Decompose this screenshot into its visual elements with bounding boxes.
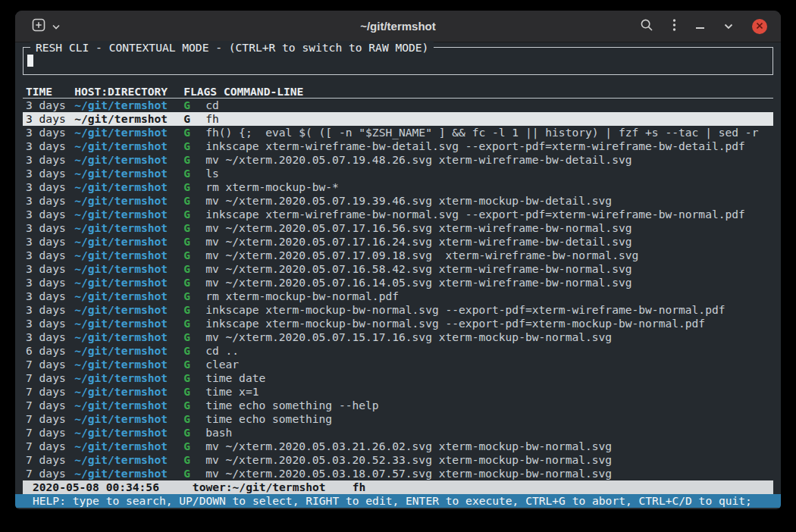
row-host-directory: ~/git/termshot	[74, 167, 183, 180]
row-host-directory: ~/git/termshot	[74, 289, 183, 303]
row-time: 7 days	[26, 371, 74, 385]
row-host-directory: ~/git/termshot	[74, 467, 183, 480]
row-host-directory: ~/git/termshot	[74, 412, 183, 426]
status-command: fh	[353, 480, 366, 494]
row-time: 3 days	[26, 317, 74, 330]
row-flags: G	[183, 112, 205, 126]
header-flags: FLAGS	[183, 85, 217, 98]
row-flags: G	[183, 249, 205, 262]
search-button[interactable]	[640, 18, 653, 34]
row-command: inkscape xterm-wireframe-bw-normal.svg -…	[205, 208, 773, 221]
row-host-directory: ~/git/termshot	[74, 344, 183, 358]
row-host-directory: ~/git/termshot	[74, 440, 183, 453]
row-flags: G	[183, 426, 205, 440]
search-input[interactable]: RESH CLI - CONTEXTUAL MODE - (CTRL+R to …	[23, 47, 773, 75]
row-flags: G	[183, 208, 205, 221]
history-row[interactable]: 7 days ~/git/termshot G time echo someth…	[23, 412, 773, 426]
history-row[interactable]: 7 days ~/git/termshot G mv ~/xterm.2020.…	[23, 453, 773, 467]
restore-chevron-icon	[724, 20, 733, 32]
history-row[interactable]: 3 days ~/git/termshot G cd	[23, 99, 773, 112]
row-command: cd ..	[205, 344, 773, 358]
row-command: fh() {; eval $( ([ -n "$ZSH_NAME" ] && f…	[205, 126, 773, 139]
row-time: 3 days	[26, 249, 74, 262]
row-flags: G	[183, 330, 205, 344]
status-datetime: 2020-05-08 00:34:56	[33, 480, 159, 494]
row-flags: G	[183, 467, 205, 480]
row-flags: G	[183, 167, 205, 180]
minimize-icon	[695, 20, 705, 32]
history-row[interactable]: 3 days ~/git/termshot G mv ~/xterm.2020.…	[23, 330, 773, 344]
history-row[interactable]: 7 days ~/git/termshot G time x=1	[23, 385, 773, 399]
history-row[interactable]: 3 days ~/git/termshot G rm xterm-mockup-…	[23, 289, 773, 303]
row-host-directory: ~/git/termshot	[74, 99, 183, 112]
row-flags: G	[183, 126, 205, 139]
row-host-directory: ~/git/termshot	[74, 126, 183, 139]
row-time: 7 days	[26, 467, 74, 480]
terminal-content: RESH CLI - CONTEXTUAL MODE - (CTRL+R to …	[15, 47, 781, 508]
row-flags: G	[183, 358, 205, 371]
row-command: mv ~/xterm.2020.05.07.17.16.56.svg xterm…	[205, 221, 773, 235]
row-command: ls	[205, 167, 773, 180]
history-row[interactable]: 3 days ~/git/termshot G mv ~/xterm.2020.…	[23, 276, 773, 289]
history-row[interactable]: 7 days ~/git/termshot G clear	[23, 358, 773, 371]
history-row[interactable]: 3 days ~/git/termshot G inkscape xterm-m…	[23, 303, 773, 317]
close-icon	[756, 20, 763, 32]
history-row[interactable]: 7 days ~/git/termshot G time echo someth…	[23, 399, 773, 412]
history-row[interactable]: 3 days ~/git/termshot G fh	[23, 112, 773, 126]
row-host-directory: ~/git/termshot	[74, 453, 183, 467]
history-row[interactable]: 3 days ~/git/termshot G fh() {; eval $( …	[23, 126, 773, 139]
header-command-line: COMMAND-LINE	[224, 85, 773, 98]
minimize-button[interactable]	[695, 20, 705, 32]
new-tab-button[interactable]	[32, 18, 45, 34]
row-command: mv ~/xterm.2020.05.07.17.09.18.svg xterm…	[205, 249, 773, 262]
help-bar: HELP: type to search, UP/DOWN to select,…	[15, 494, 781, 508]
row-time: 3 days	[26, 139, 74, 153]
row-flags: G	[183, 180, 205, 194]
row-command: mv ~/xterm.2020.05.07.16.14.05.svg xterm…	[205, 276, 773, 289]
row-command: cd	[205, 99, 773, 112]
row-time: 7 days	[26, 358, 74, 371]
history-row[interactable]: 7 days ~/git/termshot G bash	[23, 426, 773, 440]
close-button[interactable]	[752, 19, 767, 34]
row-time: 3 days	[26, 221, 74, 235]
kebab-menu-icon	[672, 18, 676, 34]
history-row[interactable]: 7 days ~/git/termshot G time date	[23, 371, 773, 385]
chevron-down-icon	[52, 20, 60, 32]
history-row[interactable]: 3 days ~/git/termshot G rm xterm-mockup-…	[23, 180, 773, 194]
history-row[interactable]: 3 days ~/git/termshot G inkscape xterm-w…	[23, 139, 773, 153]
row-flags: G	[183, 412, 205, 426]
row-flags: G	[183, 385, 205, 399]
row-flags: G	[183, 289, 205, 303]
search-box-title: RESH CLI - CONTEXTUAL MODE - (CTRL+R to …	[30, 41, 434, 55]
menu-button[interactable]	[672, 18, 676, 34]
row-flags: G	[183, 399, 205, 412]
row-time: 3 days	[26, 167, 74, 180]
history-row[interactable]: 7 days ~/git/termshot G mv ~/xterm.2020.…	[23, 467, 773, 480]
history-row[interactable]: 7 days ~/git/termshot G mv ~/xterm.2020.…	[23, 440, 773, 453]
row-flags: G	[183, 153, 205, 167]
history-row[interactable]: 3 days ~/git/termshot G ls	[23, 167, 773, 180]
history-row[interactable]: 3 days ~/git/termshot G mv ~/xterm.2020.…	[23, 262, 773, 276]
row-command: rm xterm-mockup-bw-normal.pdf	[205, 289, 773, 303]
row-time: 7 days	[26, 440, 74, 453]
row-host-directory: ~/git/termshot	[74, 426, 183, 440]
row-time: 3 days	[26, 208, 74, 221]
row-flags: G	[183, 99, 205, 112]
search-icon	[640, 18, 653, 34]
row-command: inkscape xterm-mockup-bw-normal.svg --ex…	[205, 317, 773, 330]
history-row[interactable]: 6 days ~/git/termshot G cd ..	[23, 344, 773, 358]
history-row[interactable]: 3 days ~/git/termshot G mv ~/xterm.2020.…	[23, 153, 773, 167]
history-row[interactable]: 3 days ~/git/termshot G mv ~/xterm.2020.…	[23, 235, 773, 249]
history-row[interactable]: 3 days ~/git/termshot G mv ~/xterm.2020.…	[23, 194, 773, 208]
history-row[interactable]: 3 days ~/git/termshot G mv ~/xterm.2020.…	[23, 221, 773, 235]
row-command: time echo something	[205, 412, 773, 426]
history-row[interactable]: 3 days ~/git/termshot G inkscape xterm-w…	[23, 208, 773, 221]
tab-list-button[interactable]	[52, 20, 60, 32]
row-host-directory: ~/git/termshot	[74, 317, 183, 330]
history-row[interactable]: 3 days ~/git/termshot G inkscape xterm-m…	[23, 317, 773, 330]
status-host-directory: tower:~/git/termshot	[193, 480, 326, 494]
restore-button[interactable]	[724, 20, 733, 32]
row-time: 3 days	[26, 99, 74, 112]
row-time: 3 days	[26, 180, 74, 194]
history-row[interactable]: 3 days ~/git/termshot G mv ~/xterm.2020.…	[23, 249, 773, 262]
